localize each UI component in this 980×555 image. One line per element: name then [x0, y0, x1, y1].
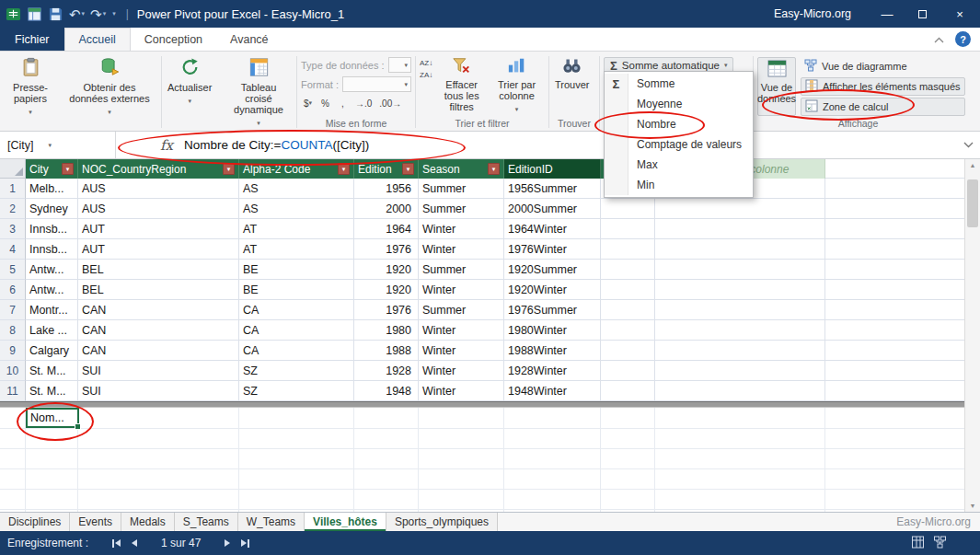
cell-city[interactable]: Innsb... — [26, 239, 78, 260]
cell-city[interactable]: Calgary — [26, 341, 78, 361]
cell-empty[interactable] — [655, 381, 825, 401]
cell-noc[interactable]: AUS — [78, 179, 239, 199]
save-icon[interactable] — [48, 6, 63, 22]
row-number[interactable]: 5 — [0, 260, 26, 280]
increase-decimals-button[interactable]: .00→ — [377, 96, 403, 110]
cell-empty[interactable] — [655, 280, 825, 300]
collapse-ribbon-icon[interactable] — [934, 33, 944, 46]
cell-season[interactable]: Summer — [419, 199, 504, 219]
pane-splitter[interactable] — [0, 401, 980, 408]
chevron-down-icon[interactable]: ▾ — [82, 10, 86, 17]
filter-icon[interactable]: ▾ — [223, 163, 235, 175]
cell-empty[interactable] — [601, 219, 655, 239]
diagram-view-toggle-icon[interactable] — [933, 536, 947, 551]
previous-record-button[interactable] — [132, 539, 137, 547]
qat-customize-icon[interactable]: ▾ — [112, 10, 116, 17]
cell-season[interactable]: Winter — [419, 320, 504, 341]
sheet-tab[interactable]: S_Teams — [175, 513, 238, 531]
row-number[interactable]: 7 — [0, 300, 26, 320]
row-number[interactable]: 3 — [0, 219, 26, 239]
cell-alpha2[interactable]: AT — [239, 219, 354, 239]
cell-editionid[interactable]: 1964Winter — [504, 219, 601, 239]
table-row[interactable]: 2 Sydney AUS AS 2000 Summer 2000Summer — [0, 199, 980, 219]
cell-edition[interactable]: 2000 — [354, 199, 419, 219]
cell-edition[interactable]: 1976 — [354, 300, 419, 320]
column-header-city[interactable]: City▾ — [26, 159, 78, 179]
cell-alpha2[interactable]: BE — [239, 260, 354, 280]
cell-empty[interactable] — [601, 341, 655, 361]
last-record-button[interactable] — [241, 539, 249, 548]
cell-alpha2[interactable]: AS — [239, 199, 354, 219]
vertical-scrollbar[interactable]: ▲ ▼ — [964, 159, 980, 512]
cell-empty[interactable] — [601, 239, 655, 260]
tab-accueil[interactable]: Accueil — [64, 28, 131, 51]
cell-season[interactable]: Winter — [419, 381, 504, 401]
cell-edition[interactable]: 1980 — [354, 320, 419, 341]
cell-editionid[interactable]: 1976Summer — [504, 300, 601, 320]
cell-editionid[interactable]: 1988Winter — [504, 341, 601, 361]
cell-noc[interactable]: CAN — [78, 341, 239, 361]
cell-empty[interactable] — [655, 300, 825, 320]
undo-button[interactable]: ↶▾ — [69, 7, 85, 21]
cell-alpha2[interactable]: BE — [239, 280, 354, 300]
cell-edition[interactable]: 1988 — [354, 341, 419, 361]
scrollbar-thumb[interactable] — [967, 179, 978, 227]
cell-edition[interactable]: 1920 — [354, 260, 419, 280]
table-row[interactable]: 10 St. M... SUI SZ 1928 Winter 1928Winte… — [0, 361, 980, 381]
thousands-button[interactable]: , — [336, 96, 350, 110]
table-row[interactable]: 3 Innsb... AUT AT 1964 Winter 1964Winter — [0, 219, 980, 239]
cell-season[interactable]: Winter — [419, 341, 504, 361]
show-hidden-button[interactable]: Afficher les éléments masqués — [801, 77, 965, 96]
next-record-button[interactable] — [225, 539, 230, 547]
cell-city[interactable]: Antw... — [26, 260, 78, 280]
cell-alpha2[interactable]: CA — [239, 341, 354, 361]
scroll-up-icon[interactable]: ▲ — [965, 162, 980, 168]
sheet-tab[interactable]: W_Teams — [238, 513, 305, 531]
cell-city[interactable]: St. M... — [26, 361, 78, 381]
workbook-icon[interactable] — [27, 6, 42, 22]
sort-by-column-button[interactable]: Trier par colonne ▾ — [489, 55, 545, 116]
menu-item-max[interactable]: Max — [605, 155, 753, 175]
cell-noc[interactable]: AUT — [78, 239, 239, 260]
cell-empty[interactable] — [655, 239, 825, 260]
first-record-button[interactable] — [112, 539, 121, 548]
fx-icon[interactable]: fx — [160, 137, 173, 154]
tab-fichier[interactable]: Fichier — [0, 28, 64, 51]
menu-item-min[interactable]: Min — [605, 175, 753, 195]
cell-city[interactable]: Sydney — [26, 199, 78, 219]
cell-city[interactable]: Antw... — [26, 280, 78, 300]
select-all-corner[interactable] — [0, 159, 26, 179]
column-header-season[interactable]: Season▾ — [419, 159, 504, 179]
cell-noc[interactable]: CAN — [78, 320, 239, 341]
calculation-area[interactable]: Nom... — [0, 408, 980, 512]
diagram-view-button[interactable]: Vue de diagramme — [801, 57, 965, 75]
table-row[interactable]: 5 Antw... BEL BE 1920 Summer 1920Summer — [0, 260, 980, 280]
cell-empty[interactable] — [655, 199, 825, 219]
menu-item-somme[interactable]: ΣSomme — [605, 74, 753, 94]
redo-button[interactable]: ↷▾ — [90, 7, 106, 21]
cell-city[interactable]: Melb... — [26, 179, 78, 199]
cell-edition[interactable]: 1976 — [354, 239, 419, 260]
row-number[interactable]: 4 — [0, 239, 26, 260]
tab-avance[interactable]: Avancé — [216, 28, 282, 51]
chevron-down-icon[interactable]: ▾ — [48, 142, 52, 149]
percent-button[interactable]: % — [318, 96, 332, 110]
cell-alpha2[interactable]: AT — [239, 239, 354, 260]
formula-input[interactable]: Nombre de City:=COUNTA([City]) — [184, 138, 369, 152]
cell-noc[interactable]: CAN — [78, 300, 239, 320]
cell-city[interactable]: Innsb... — [26, 219, 78, 239]
menu-item-moyenne[interactable]: Moyenne — [605, 94, 753, 114]
format-dropdown[interactable]: ▾ — [342, 76, 411, 92]
data-type-dropdown[interactable]: ▾ — [388, 57, 411, 73]
cell-editionid[interactable]: 1920Summer — [504, 260, 601, 280]
pivot-table-button[interactable]: Tableau croisé dynamique ▾ — [225, 55, 293, 116]
maximize-button[interactable] — [905, 0, 940, 28]
column-header-edition[interactable]: Edition▾ — [354, 159, 419, 179]
sort-descending-button[interactable]: ZA↓ — [420, 71, 432, 79]
cell-empty[interactable] — [601, 199, 655, 219]
sort-ascending-button[interactable]: AZ↓ — [420, 59, 432, 67]
column-header-editionid[interactable]: EditionID — [504, 159, 601, 179]
sheet-tab[interactable]: Disciplines — [0, 513, 70, 531]
cell-empty[interactable] — [655, 341, 825, 361]
cell-noc[interactable]: BEL — [78, 260, 239, 280]
